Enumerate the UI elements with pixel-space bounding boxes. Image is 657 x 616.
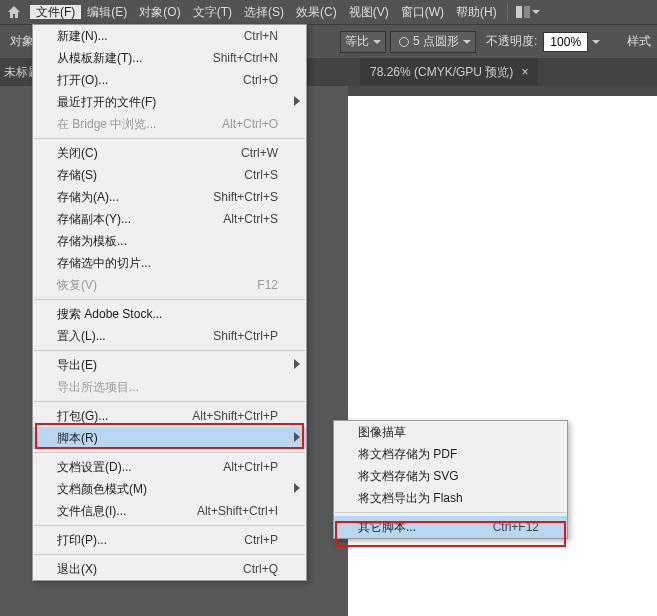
menu-item-label: 将文档存储为 SVG xyxy=(358,468,539,485)
chevron-right-icon xyxy=(294,431,300,445)
file-item-0[interactable]: 新建(N)...Ctrl+N xyxy=(33,25,306,47)
opacity-input[interactable]: 100% xyxy=(543,32,588,52)
menu-item-shortcut: Ctrl+W xyxy=(241,146,278,160)
file-item-2[interactable]: 打开(O)...Ctrl+O xyxy=(33,69,306,91)
file-item-25[interactable]: 文件信息(I)...Alt+Shift+Ctrl+I xyxy=(33,500,306,522)
file-item-10[interactable]: 存储为模板... xyxy=(33,230,306,252)
menu-item-label: 导出所选项目... xyxy=(57,379,278,396)
menu-文字(T)[interactable]: 文字(T) xyxy=(187,5,238,19)
menu-窗口(W)[interactable]: 窗口(W) xyxy=(395,5,450,19)
menu-item-label: 文档颜色模式(M) xyxy=(57,481,278,498)
menu-item-shortcut: Alt+Shift+Ctrl+P xyxy=(192,409,278,423)
menu-item-label: 导出(E) xyxy=(57,357,278,374)
menu-视图(V)[interactable]: 视图(V) xyxy=(343,5,395,19)
svg-rect-0 xyxy=(516,6,522,18)
chevron-right-icon xyxy=(294,482,300,496)
menu-item-label: 脚本(R) xyxy=(57,430,278,447)
menu-item-label: 其它脚本... xyxy=(358,519,463,536)
file-item-14[interactable]: 搜索 Adobe Stock... xyxy=(33,303,306,325)
proportion-dropdown[interactable]: 等比 xyxy=(340,31,386,53)
menu-item-shortcut: Shift+Ctrl+S xyxy=(213,190,278,204)
menu-编辑(E)[interactable]: 编辑(E) xyxy=(81,5,133,19)
menubar: 文件(F)编辑(E)对象(O)文字(T)选择(S)效果(C)视图(V)窗口(W)… xyxy=(0,0,657,24)
menu-item-label: 打印(P)... xyxy=(57,532,214,549)
menu-item-shortcut: Alt+Shift+Ctrl+I xyxy=(197,504,278,518)
home-icon[interactable] xyxy=(6,4,22,23)
file-item-20[interactable]: 打包(G)...Alt+Shift+Ctrl+P xyxy=(33,405,306,427)
menu-item-label: 存储选中的切片... xyxy=(57,255,278,272)
menu-item-shortcut: Alt+Ctrl+O xyxy=(222,117,278,131)
file-menu: 新建(N)...Ctrl+N从模板新建(T)...Shift+Ctrl+N打开(… xyxy=(32,24,307,581)
menu-item-label: 打包(G)... xyxy=(57,408,162,425)
menu-item-shortcut: Ctrl+P xyxy=(244,533,278,547)
script-item-0[interactable]: 图像描草 xyxy=(334,421,567,443)
file-item-18: 导出所选项目... xyxy=(33,376,306,398)
menu-item-label: 图像描草 xyxy=(358,424,539,441)
menu-效果(C)[interactable]: 效果(C) xyxy=(290,5,343,19)
menu-item-label: 恢复(V) xyxy=(57,277,227,294)
file-item-12: 恢复(V)F12 xyxy=(33,274,306,296)
menu-item-label: 存储为模板... xyxy=(57,233,278,250)
menu-item-shortcut: Alt+Ctrl+S xyxy=(223,212,278,226)
file-item-24[interactable]: 文档颜色模式(M) xyxy=(33,478,306,500)
menu-item-label: 关闭(C) xyxy=(57,145,211,162)
chevron-right-icon xyxy=(294,95,300,109)
file-item-23[interactable]: 文档设置(D)...Alt+Ctrl+P xyxy=(33,456,306,478)
menu-item-shortcut: Shift+Ctrl+P xyxy=(213,329,278,343)
menu-item-label: 打开(O)... xyxy=(57,72,213,89)
script-item-5[interactable]: 其它脚本...Ctrl+F12 xyxy=(334,516,567,538)
menu-item-label: 最近打开的文件(F) xyxy=(57,94,278,111)
menu-item-label: 搜索 Adobe Stock... xyxy=(57,306,278,323)
file-item-3[interactable]: 最近打开的文件(F) xyxy=(33,91,306,113)
menu-item-label: 文档设置(D)... xyxy=(57,459,193,476)
layout-selector[interactable] xyxy=(516,6,540,18)
menu-item-shortcut: Ctrl+O xyxy=(243,73,278,87)
menu-item-shortcut: Shift+Ctrl+N xyxy=(213,51,278,65)
menu-item-shortcut: Alt+Ctrl+P xyxy=(223,460,278,474)
menu-item-shortcut: Ctrl+Q xyxy=(243,562,278,576)
stroke-dropdown[interactable]: 5 点圆形 xyxy=(390,31,476,53)
file-item-11[interactable]: 存储选中的切片... xyxy=(33,252,306,274)
script-item-3[interactable]: 将文档导出为 Flash xyxy=(334,487,567,509)
menu-item-label: 置入(L)... xyxy=(57,328,183,345)
document-tab[interactable]: 78.26% (CMYK/GPU 预览)× xyxy=(360,58,538,86)
menu-item-label: 存储副本(Y)... xyxy=(57,211,193,228)
circle-icon xyxy=(399,37,409,47)
script-item-2[interactable]: 将文档存储为 SVG xyxy=(334,465,567,487)
file-item-1[interactable]: 从模板新建(T)...Shift+Ctrl+N xyxy=(33,47,306,69)
file-item-27[interactable]: 打印(P)...Ctrl+P xyxy=(33,529,306,551)
svg-rect-1 xyxy=(524,6,530,18)
file-item-17[interactable]: 导出(E) xyxy=(33,354,306,376)
opacity-label: 不透明度: xyxy=(480,33,543,50)
chevron-right-icon xyxy=(294,358,300,372)
file-item-8[interactable]: 存储为(A)...Shift+Ctrl+S xyxy=(33,186,306,208)
file-item-21[interactable]: 脚本(R) xyxy=(33,427,306,449)
menu-item-label: 在 Bridge 中浏览... xyxy=(57,116,192,133)
file-item-29[interactable]: 退出(X)Ctrl+Q xyxy=(33,558,306,580)
file-item-15[interactable]: 置入(L)...Shift+Ctrl+P xyxy=(33,325,306,347)
menu-帮助(H)[interactable]: 帮助(H) xyxy=(450,5,503,19)
menu-item-label: 文件信息(I)... xyxy=(57,503,167,520)
script-item-1[interactable]: 将文档存储为 PDF xyxy=(334,443,567,465)
menu-item-shortcut: Ctrl+S xyxy=(244,168,278,182)
menu-item-shortcut: Ctrl+F12 xyxy=(493,520,539,534)
close-icon[interactable]: × xyxy=(521,65,528,79)
file-item-6[interactable]: 关闭(C)Ctrl+W xyxy=(33,142,306,164)
menu-item-label: 新建(N)... xyxy=(57,28,214,45)
menu-item-label: 将文档存储为 PDF xyxy=(358,446,539,463)
file-item-4: 在 Bridge 中浏览...Alt+Ctrl+O xyxy=(33,113,306,135)
menu-item-label: 存储(S) xyxy=(57,167,214,184)
menu-文件(F)[interactable]: 文件(F) xyxy=(30,5,81,19)
menu-item-shortcut: Ctrl+N xyxy=(244,29,278,43)
menu-item-label: 存储为(A)... xyxy=(57,189,183,206)
script-submenu: 图像描草将文档存储为 PDF将文档存储为 SVG将文档导出为 Flash其它脚本… xyxy=(333,420,568,539)
style-label[interactable]: 样式 xyxy=(621,33,657,50)
file-item-7[interactable]: 存储(S)Ctrl+S xyxy=(33,164,306,186)
menu-对象(O)[interactable]: 对象(O) xyxy=(133,5,186,19)
menu-item-label: 从模板新建(T)... xyxy=(57,50,183,67)
menu-item-shortcut: F12 xyxy=(257,278,278,292)
file-item-9[interactable]: 存储副本(Y)...Alt+Ctrl+S xyxy=(33,208,306,230)
menu-选择(S)[interactable]: 选择(S) xyxy=(238,5,290,19)
menu-item-label: 将文档导出为 Flash xyxy=(358,490,539,507)
menu-item-label: 退出(X) xyxy=(57,561,213,578)
